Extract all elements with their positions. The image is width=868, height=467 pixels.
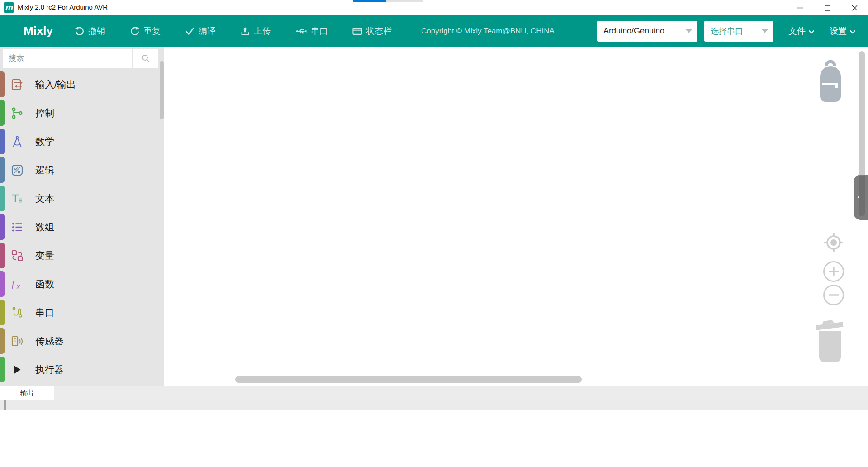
svg-text:f: f bbox=[12, 279, 15, 289]
category-color-bar bbox=[0, 186, 5, 211]
search-button[interactable] bbox=[133, 49, 158, 68]
output-console[interactable] bbox=[0, 410, 868, 467]
logic-check-icon bbox=[11, 164, 24, 176]
category-list: 输入/输出 控制 数学 逻辑 文本 数组 变量 fx 函数 串口 传感器 bbox=[0, 70, 164, 384]
zoom-out-icon bbox=[823, 284, 844, 306]
search-icon bbox=[141, 54, 150, 63]
window-title: Mixly 2.0 rc2 For Arduino AVR bbox=[18, 3, 108, 11]
toolbar-item-redo[interactable]: 重复 bbox=[130, 25, 161, 37]
close-button[interactable] bbox=[841, 0, 868, 15]
function-fx-icon: fx bbox=[11, 278, 24, 291]
sidebar-category-variable[interactable]: 变量 bbox=[0, 241, 164, 270]
toolbar-right-group: Arduino/Genuino 选择串口 文件 设置 bbox=[597, 21, 856, 42]
category-color-bar bbox=[0, 129, 5, 154]
category-color-bar bbox=[0, 300, 5, 325]
menu-settings[interactable]: 设置 bbox=[830, 25, 856, 37]
board-select-value: Arduino/Genuino bbox=[603, 26, 664, 36]
compile-check-icon bbox=[185, 26, 195, 36]
play-triangle-icon bbox=[11, 363, 24, 376]
sidebar-category-logic[interactable]: 逻辑 bbox=[0, 156, 164, 184]
category-color-bar bbox=[0, 243, 5, 268]
trash-icon[interactable] bbox=[814, 319, 846, 365]
sidebar-category-serial[interactable]: 串口 bbox=[0, 298, 164, 327]
titlebar: m Mixly 2.0 rc2 For Arduino AVR bbox=[0, 0, 868, 15]
sidebar-category-actuator[interactable]: 执行器 bbox=[0, 355, 164, 384]
console-scroll-strip bbox=[0, 400, 868, 410]
menu-file[interactable]: 文件 bbox=[788, 25, 815, 37]
redo-icon bbox=[130, 26, 140, 36]
toolbar-actions: 撤销 重复 编译 上传 串口 状态栏 bbox=[75, 25, 392, 37]
sidebar-category-array[interactable]: 数组 bbox=[0, 213, 164, 241]
statusbar-icon bbox=[352, 26, 362, 36]
io-icon bbox=[11, 78, 24, 91]
mixly-app-window: m Mixly 2.0 rc2 For Arduino AVR Mixly 撤销… bbox=[0, 0, 868, 467]
console-scrollbar-thumb[interactable] bbox=[4, 400, 6, 410]
board-select[interactable]: Arduino/Genuino bbox=[597, 21, 697, 42]
copyright-text: Copyright © Mixly Team@BNU, CHINA bbox=[421, 27, 555, 36]
zoom-out-button[interactable] bbox=[823, 284, 844, 308]
minimize-icon bbox=[797, 5, 803, 11]
maximize-button[interactable] bbox=[814, 0, 841, 15]
svg-text:x: x bbox=[16, 283, 20, 290]
category-color-bar bbox=[0, 100, 5, 126]
window-controls bbox=[787, 0, 868, 15]
text-t-icon bbox=[11, 192, 24, 205]
zoom-in-icon bbox=[823, 261, 844, 282]
category-color-bar bbox=[0, 214, 5, 240]
sidebar-category-io[interactable]: 输入/输出 bbox=[0, 70, 164, 99]
toolbar-item-compile[interactable]: 编译 bbox=[185, 25, 216, 37]
zoom-reset-button[interactable] bbox=[824, 233, 844, 254]
backpack-icon[interactable] bbox=[816, 60, 845, 105]
control-flow-icon bbox=[11, 107, 24, 119]
main-toolbar: Mixly 撤销 重复 编译 上传 串口 状态栏 Copyright © Mix… bbox=[0, 15, 868, 47]
port-select-value: 选择串口 bbox=[711, 26, 743, 37]
progress-bar bbox=[353, 0, 423, 2]
toolbar-item-serial-monitor[interactable]: 串口 bbox=[295, 25, 328, 37]
canvas-horizontal-scrollbar[interactable] bbox=[235, 376, 582, 383]
chevron-down-icon bbox=[808, 30, 815, 34]
sidebar-category-control[interactable]: 控制 bbox=[0, 99, 164, 127]
chevron-down-icon bbox=[849, 30, 856, 34]
canvas-vertical-scrollbar-thumb[interactable] bbox=[859, 176, 865, 216]
category-color-bar bbox=[0, 357, 5, 382]
category-color-bar bbox=[0, 271, 5, 297]
array-list-icon bbox=[11, 221, 24, 234]
port-select[interactable]: 选择串口 bbox=[704, 21, 773, 42]
search-row bbox=[3, 49, 158, 68]
sidebar-category-sensor[interactable]: 传感器 bbox=[0, 327, 164, 355]
compass-math-icon bbox=[11, 135, 24, 148]
sensor-wave-icon bbox=[11, 335, 24, 348]
blocks-sidebar: 输入/输出 控制 数学 逻辑 文本 数组 变量 fx 函数 串口 传感器 bbox=[0, 47, 164, 386]
sidebar-category-math[interactable]: 数学 bbox=[0, 127, 164, 156]
category-color-bar bbox=[0, 157, 5, 183]
mixly-logo-icon: m bbox=[4, 2, 14, 13]
undo-icon bbox=[75, 26, 85, 36]
variable-swap-icon bbox=[11, 249, 24, 262]
zoom-in-button[interactable] bbox=[823, 261, 844, 284]
blockly-workspace[interactable] bbox=[164, 47, 868, 386]
zoom-reset-icon bbox=[824, 233, 844, 253]
category-color-bar bbox=[0, 71, 5, 97]
upload-icon bbox=[240, 26, 250, 36]
sidebar-category-function[interactable]: fx 函数 bbox=[0, 270, 164, 298]
caret-down-icon bbox=[686, 29, 692, 33]
output-tabbar: 输出 bbox=[0, 386, 868, 400]
caret-down-icon bbox=[762, 29, 768, 33]
toolbar-item-statusbar[interactable]: 状态栏 bbox=[352, 25, 392, 37]
progress-bar-fill bbox=[353, 0, 386, 2]
close-icon bbox=[852, 5, 858, 11]
output-panel: 输出 bbox=[0, 386, 868, 467]
toolbar-item-undo[interactable]: 撤销 bbox=[75, 25, 105, 37]
brand-title: Mixly bbox=[24, 24, 53, 38]
search-input[interactable] bbox=[3, 49, 132, 68]
sidebar-scrollbar[interactable] bbox=[160, 61, 164, 119]
serial-cable-icon bbox=[11, 306, 24, 319]
usb-serial-icon bbox=[295, 26, 307, 36]
sidebar-category-text[interactable]: 文本 bbox=[0, 184, 164, 213]
toolbar-item-upload[interactable]: 上传 bbox=[240, 25, 271, 37]
tab-output[interactable]: 输出 bbox=[0, 386, 54, 400]
minimize-button[interactable] bbox=[787, 0, 814, 15]
category-color-bar bbox=[0, 328, 5, 354]
maximize-icon bbox=[825, 5, 830, 11]
